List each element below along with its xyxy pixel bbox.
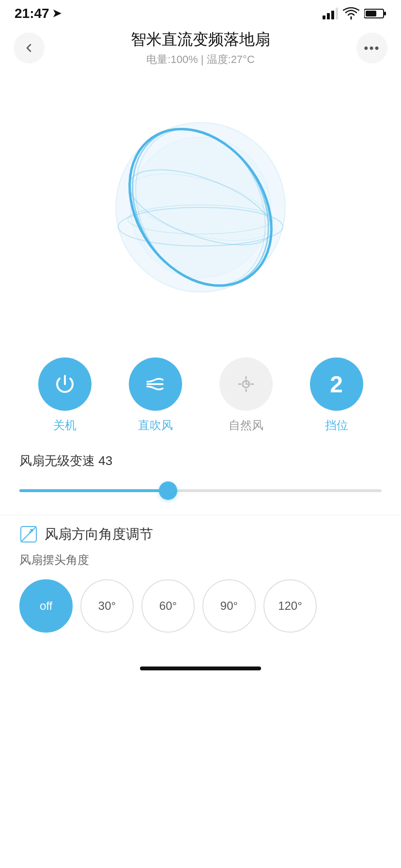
- gear-button[interactable]: 2: [310, 357, 363, 411]
- direct-wind-button[interactable]: [129, 357, 182, 411]
- home-indicator-bar: [140, 666, 261, 670]
- controls-row: 关机 直吹风 自然风 2: [0, 348, 401, 443]
- more-icon: •••: [364, 41, 380, 56]
- angle-60-button[interactable]: 60°: [141, 579, 195, 633]
- slider-fill: [19, 489, 168, 492]
- header: 智米直流变频落地扇 电量:100% | 温度:27°C •••: [0, 24, 401, 72]
- gear-control: 2 挡位: [310, 357, 363, 433]
- fan-sphere-graphic: [108, 115, 293, 299]
- slider-track: [19, 489, 382, 492]
- power-button[interactable]: [38, 357, 92, 411]
- angle-off-button[interactable]: off: [19, 579, 73, 633]
- direction-icon: [19, 525, 38, 543]
- more-button[interactable]: •••: [356, 32, 387, 63]
- angle-30-label: 30°: [98, 599, 116, 613]
- back-button[interactable]: [14, 32, 45, 63]
- svg-line-18: [21, 527, 36, 542]
- status-icons: [323, 7, 386, 20]
- speed-section: 风扇无级变速 43: [0, 443, 401, 515]
- battery-icon: [364, 8, 386, 19]
- svg-rect-0: [323, 16, 325, 19]
- svg-rect-2: [331, 11, 334, 19]
- angle-120-button[interactable]: 120°: [263, 579, 317, 633]
- speed-slider[interactable]: [19, 481, 382, 500]
- gear-value: 2: [330, 371, 343, 398]
- device-title: 智米直流变频落地扇: [45, 29, 356, 50]
- direct-wind-control: 直吹风: [129, 357, 182, 433]
- home-indicator-area: [0, 647, 401, 676]
- time-text: 21:47: [15, 6, 49, 21]
- natural-wind-button[interactable]: [219, 357, 273, 411]
- power-label: 关机: [53, 418, 77, 433]
- direction-header: 风扇方向角度调节: [19, 525, 382, 543]
- power-control: 关机: [38, 357, 92, 433]
- svg-rect-5: [384, 12, 386, 16]
- direction-title: 风扇方向角度调节: [45, 525, 153, 543]
- fan-visual: [0, 72, 401, 343]
- angle-120-label: 120°: [278, 599, 302, 613]
- svg-rect-3: [336, 8, 338, 19]
- direction-section: 风扇方向角度调节 风扇摆头角度 off 30° 60° 90° 120°: [0, 515, 401, 647]
- signal-icon: [323, 8, 338, 19]
- slider-thumb[interactable]: [159, 481, 177, 500]
- natural-wind-control: 自然风: [219, 357, 273, 433]
- gear-label: 挡位: [325, 418, 348, 433]
- angle-30-button[interactable]: 30°: [80, 579, 134, 633]
- direct-wind-label: 直吹风: [138, 418, 173, 433]
- header-title-block: 智米直流变频落地扇 电量:100% | 温度:27°C: [45, 29, 356, 67]
- angle-off-label: off: [40, 599, 52, 613]
- navigation-icon: ➤: [52, 7, 61, 20]
- status-time: 21:47 ➤: [15, 6, 61, 21]
- angle-60-label: 60°: [159, 599, 177, 613]
- speed-title: 风扇无级变速 43: [19, 452, 382, 469]
- svg-rect-6: [366, 11, 376, 16]
- device-subtitle: 电量:100% | 温度:27°C: [45, 52, 356, 67]
- swing-label: 风扇摆头角度: [19, 552, 382, 568]
- natural-wind-label: 自然风: [229, 418, 263, 433]
- status-bar: 21:47 ➤: [0, 0, 401, 24]
- angle-row: off 30° 60° 90° 120°: [19, 579, 382, 637]
- wifi-icon: [343, 7, 359, 20]
- svg-rect-1: [327, 13, 330, 19]
- angle-90-label: 90°: [220, 599, 238, 613]
- angle-90-button[interactable]: 90°: [202, 579, 256, 633]
